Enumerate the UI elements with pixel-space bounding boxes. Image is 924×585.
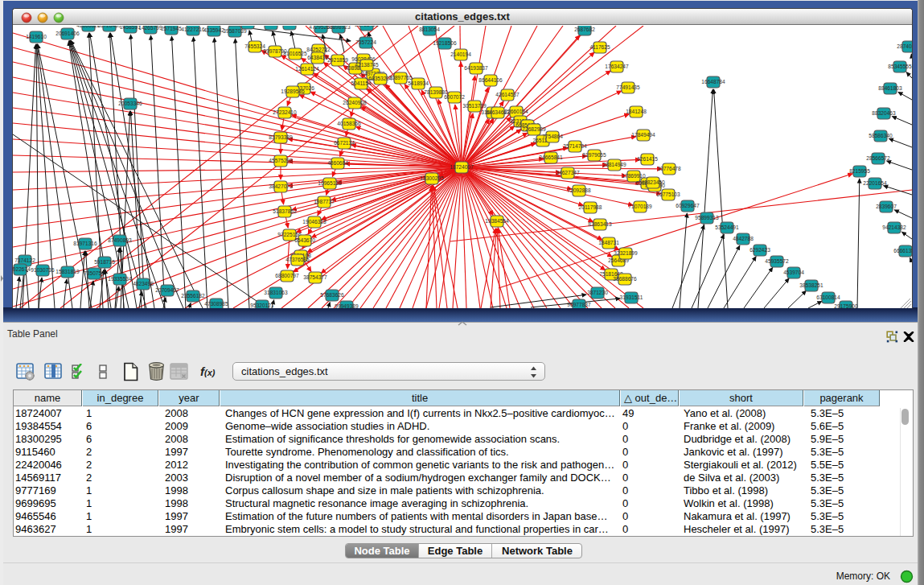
svg-text:84252722: 84252722 [306,47,331,52]
svg-text:19218506: 19218506 [433,40,457,46]
svg-text:2687682: 2687682 [574,27,595,32]
svg-text:28566572: 28566572 [866,155,890,161]
svg-text:66722344: 66722344 [277,26,302,27]
svg-text:1987737: 1987737 [314,199,335,204]
svg-text:38688676: 38688676 [613,276,637,282]
svg-text:95899313: 95899313 [695,215,719,220]
svg-text:8813054: 8813054 [419,27,440,32]
svg-text:45575298: 45575298 [269,158,293,163]
svg-text:83863413: 83863413 [588,221,612,227]
svg-text:1841248: 1841248 [626,109,647,114]
svg-text:4860684: 4860684 [327,160,348,166]
svg-text:20117988: 20117988 [579,204,602,210]
svg-text:14265799: 14265799 [138,26,162,31]
svg-text:81979055: 81979055 [582,152,606,158]
svg-text:42138745: 42138745 [355,62,379,68]
svg-text:19335534: 19335534 [108,276,132,282]
svg-text:18300295: 18300295 [420,175,444,181]
svg-text:2839607: 2839607 [876,204,897,209]
svg-text:66775103: 66775103 [656,192,680,197]
svg-text:30776478: 30776478 [657,166,681,171]
svg-text:63100814: 63100814 [816,295,840,300]
svg-text:1848731: 1848731 [598,240,619,245]
svg-text:20691406: 20691406 [55,31,80,36]
svg-text:17634247: 17634247 [605,64,629,69]
svg-text:7455324: 7455324 [244,43,265,49]
svg-text:5418934: 5418934 [408,80,429,86]
svg-text:86644106: 86644106 [478,77,503,83]
svg-text:60929647: 60929647 [676,203,700,208]
svg-text:4335942: 4335942 [203,27,224,33]
svg-text:72682989: 72682989 [522,126,546,132]
svg-text:2571945: 2571945 [161,26,182,31]
svg-text:47376585: 47376585 [285,257,310,262]
svg-text:20053346: 20053346 [118,101,142,106]
svg-text:91030736: 91030736 [31,267,55,273]
svg-text:19384554: 19384554 [485,218,509,224]
svg-text:87490893: 87490893 [108,237,132,243]
svg-text:49823450: 49823450 [641,179,665,185]
svg-text:88461803: 88461803 [878,85,902,91]
svg-text:68800797: 68800797 [275,273,299,278]
svg-text:7754864: 7754864 [542,134,563,139]
svg-text:19289546: 19289546 [281,89,305,94]
svg-text:19046318: 19046318 [302,219,326,225]
svg-text:6261415: 6261415 [637,156,658,162]
svg-text:7350753: 7350753 [84,270,105,276]
svg-text:42614537: 42614537 [495,92,519,97]
svg-text:45935572: 45935572 [765,258,789,264]
svg-text:51837852: 51837852 [273,208,297,214]
svg-text:6672134: 6672134 [334,140,355,146]
svg-text:4842788: 4842788 [733,236,754,241]
svg-text:35714784: 35714784 [563,143,587,149]
svg-text:38898923: 38898923 [326,26,351,30]
svg-text:4117625: 4117625 [589,44,610,50]
svg-text:28814949: 28814949 [602,162,626,167]
svg-text:28740864: 28740864 [897,43,912,49]
svg-text:38427073: 38427073 [269,183,293,189]
svg-text:20709497: 20709497 [155,287,179,293]
svg-text:28728463: 28728463 [97,26,121,28]
svg-text:2458591: 2458591 [120,26,141,30]
svg-text:53524491: 53524491 [715,225,739,230]
svg-text:23556182: 23556182 [181,293,205,299]
svg-text:88320463: 88320463 [872,110,896,116]
svg-text:16648784: 16648784 [701,79,725,84]
svg-text:2921859: 2921859 [327,57,348,63]
svg-text:5041154: 5041154 [351,80,372,86]
svg-text:3871230: 3871230 [587,290,608,295]
svg-text:7357224: 7357224 [355,39,376,45]
svg-text:23718431: 23718431 [355,26,379,27]
svg-text:66661351: 66661351 [893,248,912,253]
svg-text:99949389: 99949389 [335,303,359,308]
svg-text:38538251: 38538251 [799,282,823,288]
svg-text:77491435: 77491435 [616,84,640,90]
svg-text:27232410: 27232410 [273,109,297,115]
svg-text:2140194: 2140194 [450,51,471,57]
svg-text:96977837: 96977837 [567,302,591,307]
svg-text:6438436: 6438436 [307,55,328,60]
svg-text:85345555: 85345555 [888,64,912,69]
svg-text:5918715: 5918715 [94,259,115,265]
svg-text:41227216: 41227216 [181,27,205,32]
svg-text:81971316: 81971316 [73,241,97,246]
svg-text:40158366: 40158366 [337,121,361,126]
svg-text:26240908: 26240908 [343,100,367,105]
svg-text:4823498: 4823498 [133,281,154,286]
svg-text:8215955: 8215955 [849,168,870,174]
svg-text:6007072: 6007072 [444,94,465,100]
svg-text:30513739: 30513739 [462,103,487,109]
svg-text:10965138: 10965138 [318,180,342,186]
svg-text:18724007: 18724007 [450,164,474,170]
svg-text:31831063: 31831063 [264,290,288,295]
svg-text:94214382: 94214382 [882,225,906,230]
svg-text:6543670: 6543670 [294,237,315,243]
svg-text:1419610: 1419610 [26,34,47,39]
svg-text:4539704: 4539704 [783,270,804,275]
svg-text:29175900: 29175900 [834,303,858,308]
svg-text:22660194: 22660194 [504,109,528,114]
svg-text:15831819: 15831819 [55,269,80,274]
svg-text:24665841: 24665841 [539,154,563,160]
svg-text:81016525: 81016525 [283,51,307,56]
svg-text:64193837: 64193837 [464,65,488,71]
